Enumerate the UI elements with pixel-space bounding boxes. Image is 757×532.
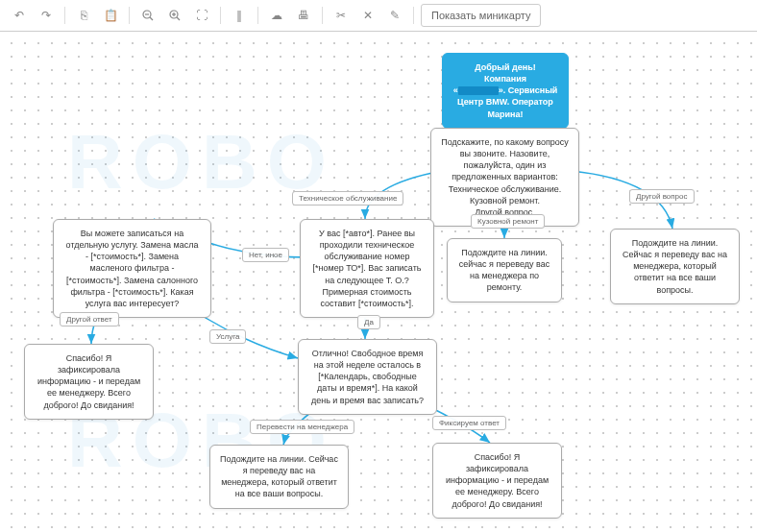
fit-icon[interactable]: ⛶: [190, 4, 213, 27]
node-text: Центр BMW. Оператор: [452, 96, 558, 108]
zoom-out-icon[interactable]: [136, 4, 159, 27]
node-ask[interactable]: Подскажите, по какому вопросу вы звоните…: [430, 128, 579, 227]
node-text: Марина!: [452, 109, 558, 120]
paste-icon[interactable]: 📋: [99, 4, 122, 27]
node-hold-manager-2[interactable]: Подождите на линии. Сейчас я переведу ва…: [209, 445, 349, 509]
node-text: У вас [*авто*]. Ранее вы проходили техни…: [313, 229, 422, 308]
redo-icon[interactable]: ↷: [35, 4, 58, 27]
node-thanks[interactable]: Спасибо! Я зафиксировала информацию - и …: [24, 344, 154, 420]
edge-label-tech: Техническое обслуживание: [292, 191, 403, 206]
svg-line-4: [177, 17, 180, 20]
edit-icon[interactable]: ✎: [383, 4, 406, 27]
undo-icon[interactable]: ↶: [8, 4, 31, 27]
edge-label-yes: Да: [357, 315, 380, 329]
node-text: Добрый день! Компания: [452, 61, 558, 85]
node-text: «». Сервисный: [452, 85, 558, 96]
svg-line-1: [150, 17, 153, 20]
flowchart-canvas[interactable]: ROBO ROBO Добрый день! Компания «». Серв…: [0, 32, 757, 532]
print-icon[interactable]: 🖶: [292, 4, 315, 27]
edge-label-to-mgr: Перевести на менеджера: [250, 420, 354, 434]
edge-label-no-other: Нет, иное: [242, 248, 289, 262]
node-thanks-2[interactable]: Спасибо! Я зафиксировала информацию - и …: [432, 443, 562, 519]
show-minimap-button[interactable]: Показать миникарту: [421, 4, 541, 27]
node-text: Отлично! Свободное время на этой неделе …: [311, 349, 424, 405]
node-services[interactable]: Вы можете записаться на отдельную услугу…: [53, 219, 211, 318]
edge-label-body: Кузовной ремонт: [471, 214, 545, 229]
edge-label-service: Услуга: [209, 329, 246, 344]
node-text: Подождите на линии. Сейчас я переведу ва…: [220, 454, 338, 498]
edge-label-other-q: Другой вопрос: [629, 189, 695, 204]
node-hold-repair[interactable]: Подождите на линии. сейчас я переведу ва…: [447, 238, 562, 302]
cut-icon[interactable]: ✂: [330, 4, 353, 27]
node-schedule[interactable]: Отлично! Свободное время на этой неделе …: [298, 339, 437, 415]
delete-icon[interactable]: ✕: [356, 4, 379, 27]
node-text: Спасибо! Я зафиксировала информацию - и …: [446, 452, 549, 509]
node-start[interactable]: Добрый день! Компания «». Сервисный Цент…: [442, 53, 569, 129]
node-text: Подождите на линии. сейчас я переведу ва…: [459, 248, 549, 292]
node-text: Подождите на линии. Сейчас я переведу ва…: [623, 238, 727, 295]
edge-label-other-ans: Другой ответ: [60, 312, 119, 326]
toolbar: ↶ ↷ ⎘ 📋 ⛶ ‖ ☁ 🖶 ✂ ✕ ✎ Показать миникарту: [0, 0, 757, 32]
pause-icon[interactable]: ‖: [228, 4, 251, 27]
edge-label-fix: Фиксируем ответ: [432, 416, 506, 430]
zoom-in-icon[interactable]: [163, 4, 186, 27]
node-to-info[interactable]: У вас [*авто*]. Ранее вы проходили техни…: [300, 219, 434, 318]
node-hold-manager[interactable]: Подождите на линии. Сейчас я переведу ва…: [610, 229, 740, 304]
node-text: Вы можете записаться на отдельную услугу…: [66, 229, 199, 308]
node-text: Подскажите, по какому вопросу вы звоните…: [441, 137, 569, 217]
copy-icon[interactable]: ⎘: [72, 4, 95, 27]
cloud-icon[interactable]: ☁: [265, 4, 288, 27]
node-text: Спасибо! Я зафиксировала информацию - и …: [37, 353, 140, 410]
